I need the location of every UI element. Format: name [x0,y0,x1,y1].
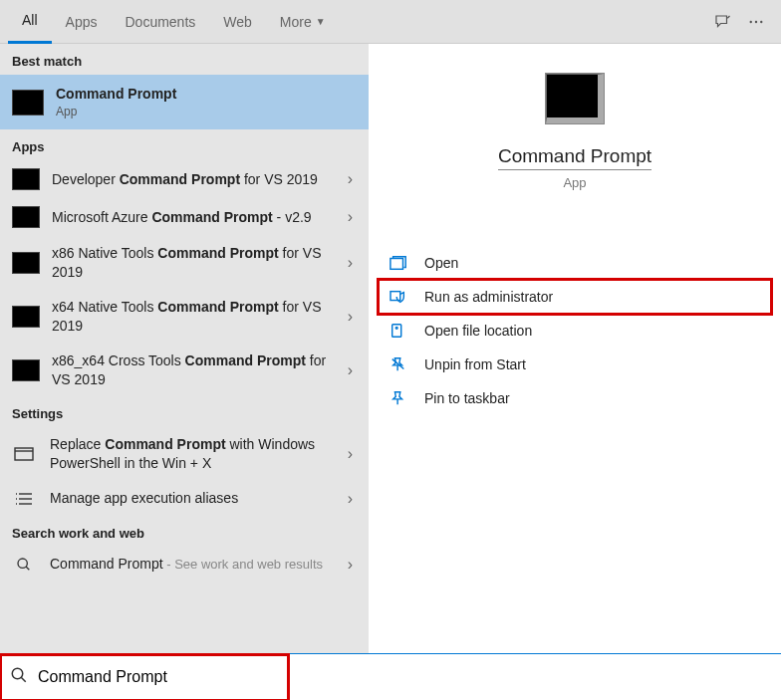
section-web: Search work and web [0,516,369,547]
svg-rect-14 [390,292,400,301]
svg-point-16 [395,327,397,329]
search-icon [12,556,36,574]
best-match-sub: App [56,104,357,119]
cmd-icon [12,306,40,328]
preview-panel: Command Prompt App Open Run as administr… [369,44,781,653]
tab-all[interactable]: All [8,0,52,44]
app-result[interactable]: x86_x64 Cross Tools Command Prompt for V… [0,344,369,397]
list-icon [12,490,36,508]
best-match-title: Command Prompt [56,85,357,104]
section-settings: Settings [0,396,369,427]
tab-apps[interactable]: Apps [52,0,112,44]
action-unpin-start[interactable]: Unpin from Start [379,348,771,381]
app-result[interactable]: Developer Command Prompt for VS 2019 › [0,160,369,198]
best-match-result[interactable]: Command Prompt App [0,75,369,129]
tab-documents[interactable]: Documents [111,0,209,44]
chevron-right-icon[interactable]: › [344,208,357,226]
svg-rect-15 [392,325,401,338]
svg-point-0 [750,20,752,22]
web-result[interactable]: Command Prompt - See work and web result… [0,547,369,582]
settings-result[interactable]: Replace Command Prompt with Windows Powe… [0,427,369,481]
action-open-location[interactable]: Open file location [379,314,771,348]
preview-title[interactable]: Command Prompt [498,145,651,170]
settings-result[interactable]: Manage app execution aliases › [0,481,369,516]
action-run-as-admin[interactable]: Run as administrator [379,280,771,314]
svg-point-11 [18,559,27,568]
more-options-icon[interactable] [739,5,773,39]
svg-rect-3 [15,448,33,460]
cmd-icon [12,359,40,381]
cmd-icon [12,90,44,116]
cmd-icon-large [546,74,604,123]
chevron-right-icon[interactable]: › [344,445,357,463]
pin-icon [387,388,410,408]
svg-rect-13 [390,259,403,270]
search-bar [0,653,781,700]
cmd-icon [12,252,40,274]
action-open[interactable]: Open [379,246,771,280]
svg-line-21 [21,677,26,682]
svg-point-1 [755,20,757,22]
folder-icon [387,321,410,341]
svg-point-20 [12,668,23,679]
chevron-down-icon: ▼ [316,16,326,27]
chevron-right-icon[interactable]: › [344,254,357,272]
chevron-right-icon[interactable]: › [344,361,357,379]
feedback-icon[interactable] [705,5,739,39]
results-panel: Best match Command Prompt App Apps Devel… [0,44,369,653]
app-result[interactable]: x86 Native Tools Command Prompt for VS 2… [0,236,369,290]
svg-line-12 [26,567,29,570]
section-best-match: Best match [0,44,369,75]
shield-icon [387,287,410,307]
unpin-icon [387,354,410,374]
window-icon [12,445,36,463]
chevron-right-icon[interactable]: › [344,556,357,574]
chevron-right-icon[interactable]: › [344,170,357,188]
action-pin-taskbar[interactable]: Pin to taskbar [379,381,771,415]
search-input[interactable] [38,668,257,686]
chevron-right-icon[interactable]: › [344,490,357,508]
section-apps: Apps [0,129,369,160]
search-box[interactable] [0,654,289,701]
search-icon [10,666,28,688]
tab-more[interactable]: More▼ [266,0,340,44]
app-result[interactable]: x64 Native Tools Command Prompt for VS 2… [0,290,369,344]
preview-subtitle: App [563,175,586,190]
chevron-right-icon[interactable]: › [344,308,357,326]
search-tabs: All Apps Documents Web More▼ [0,0,781,44]
cmd-icon [12,206,40,228]
tab-web[interactable]: Web [209,0,266,44]
open-icon [387,253,410,273]
cmd-icon [12,168,40,190]
svg-point-2 [760,20,762,22]
app-result[interactable]: Microsoft Azure Command Prompt - v2.9 › [0,198,369,236]
